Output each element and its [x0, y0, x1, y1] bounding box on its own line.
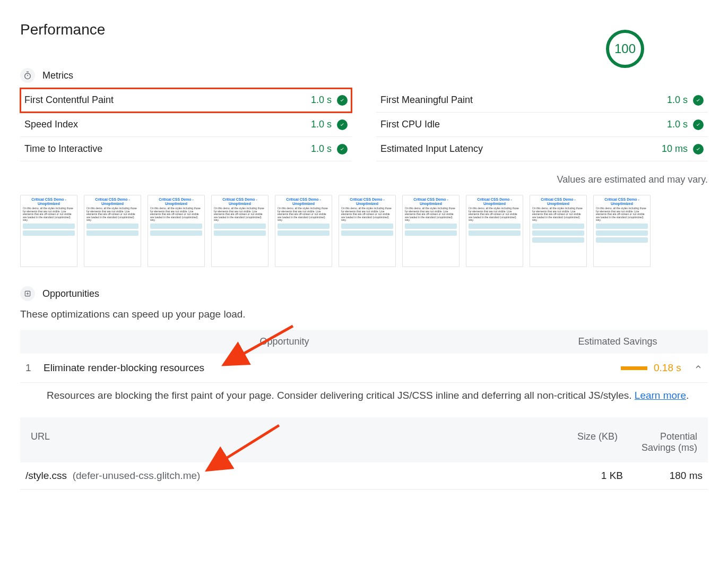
metric-label: Speed Index [24, 119, 78, 130]
metrics-footnote: Values are estimated and may vary. [20, 174, 708, 185]
filmstrip: Critical CSS Demo - UnoptimizedOn this d… [20, 195, 708, 267]
filmstrip-thumbnail: Critical CSS Demo - UnoptimizedOn this d… [20, 195, 77, 267]
filmstrip-thumbnail: Critical CSS Demo - UnoptimizedOn this d… [339, 195, 396, 267]
metric-label: Time to Interactive [24, 143, 102, 155]
metric-label: First Contentful Paint [24, 95, 114, 106]
metrics-heading: Metrics [42, 70, 73, 81]
opportunity-number: 1 [25, 362, 44, 374]
filmstrip-thumbnail: Critical CSS Demo - UnoptimizedOn this d… [211, 195, 268, 267]
url-size: 1 KB [549, 470, 623, 482]
col-opportunity: Opportunity [31, 336, 538, 347]
filmstrip-thumbnail: Critical CSS Demo - UnoptimizedOn this d… [466, 195, 523, 267]
url-host: (defer-unused-css.glitch.me) [73, 470, 201, 481]
svg-point-0 [25, 73, 31, 79]
metric-row[interactable]: First Meaningful Paint1.0 s [376, 88, 708, 113]
check-icon [693, 119, 704, 130]
url-row: /style.css (defer-unused-css.glitch.me) … [20, 462, 708, 490]
filmstrip-thumbnail: Critical CSS Demo - UnoptimizedOn this d… [275, 195, 332, 267]
check-icon [693, 95, 704, 106]
metric-value: 10 ms [662, 143, 688, 155]
stopwatch-icon [20, 68, 35, 83]
filmstrip-thumbnail: Critical CSS Demo - UnoptimizedOn this d… [530, 195, 587, 267]
page-title: Performance [20, 21, 105, 38]
metric-label: Estimated Input Latency [380, 143, 483, 155]
metric-row[interactable]: Estimated Input Latency10 ms [376, 137, 708, 161]
metric-value: 1.0 s [667, 95, 688, 106]
opportunity-name: Eliminate render-blocking resources [44, 362, 621, 374]
learn-more-link[interactable]: Learn more [635, 390, 686, 401]
col-potential-savings: PotentialSavings (ms) [618, 431, 697, 454]
metric-row[interactable]: Speed Index1.0 s [20, 113, 352, 137]
metric-row[interactable]: First CPU Idle1.0 s [376, 113, 708, 137]
filmstrip-thumbnail: Critical CSS Demo - UnoptimizedOn this d… [402, 195, 460, 267]
savings-bar [621, 366, 647, 370]
opportunities-heading: Opportunities [42, 288, 99, 299]
metric-label: First Meaningful Paint [380, 95, 473, 106]
metric-label: First CPU Idle [380, 119, 440, 130]
opportunity-row[interactable]: 1 Eliminate render-blocking resources 0.… [20, 354, 708, 383]
filmstrip-thumbnail: Critical CSS Demo - UnoptimizedOn this d… [593, 195, 651, 267]
opportunities-table-header: Opportunity Estimated Savings [20, 330, 708, 354]
sparkle-icon [20, 286, 35, 301]
savings-value: 0.18 s [654, 362, 691, 374]
metric-value: 1.0 s [311, 95, 332, 106]
col-url: URL [31, 431, 543, 454]
check-icon [337, 144, 348, 155]
check-icon [337, 95, 348, 106]
url-potential-savings: 180 ms [623, 470, 703, 482]
chevron-up-icon[interactable] [694, 363, 703, 374]
check-icon [693, 144, 704, 155]
filmstrip-thumbnail: Critical CSS Demo - UnoptimizedOn this d… [148, 195, 205, 267]
url-path: /style.css [25, 470, 67, 481]
col-size: Size (KB) [543, 431, 618, 454]
metric-row[interactable]: First Contentful Paint1.0 s [20, 88, 352, 113]
filmstrip-thumbnail: Critical CSS Demo - UnoptimizedOn this d… [84, 195, 141, 267]
check-icon [337, 119, 348, 130]
metric-value: 1.0 s [311, 119, 332, 130]
metric-row[interactable]: Time to Interactive1.0 s [20, 137, 352, 161]
col-estimated-savings: Estimated Savings [538, 336, 697, 347]
opportunity-detail-text: Resources are blocking the first paint o… [47, 390, 635, 401]
metric-value: 1.0 s [311, 143, 332, 155]
performance-score: 100 [606, 30, 644, 68]
url-table-header: URL Size (KB) PotentialSavings (ms) [20, 417, 708, 462]
metric-value: 1.0 s [667, 119, 688, 130]
opportunities-description: These optimizations can speed up your pa… [20, 308, 708, 320]
opportunity-detail: Resources are blocking the first paint o… [20, 383, 708, 404]
